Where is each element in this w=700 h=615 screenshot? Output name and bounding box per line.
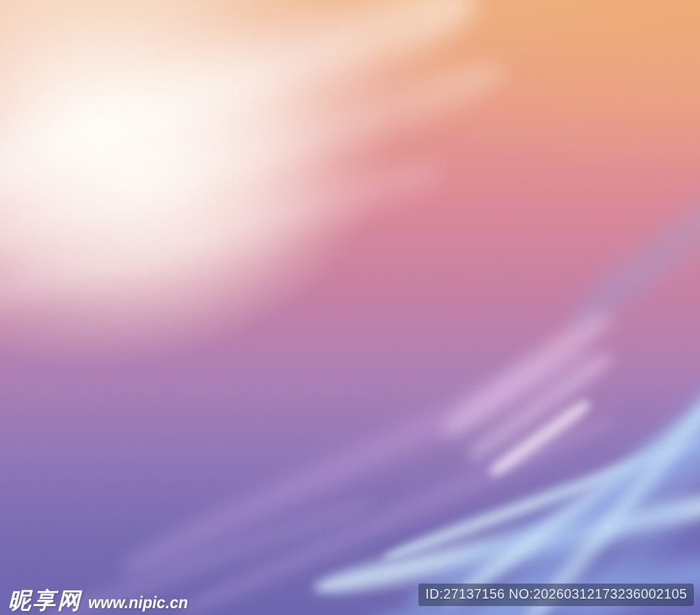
magenta-streak: [432, 299, 621, 450]
blue-silk-streak: [379, 402, 700, 569]
gradient-background: [0, 0, 700, 615]
blue-silk-streak: [509, 320, 700, 615]
blue-silk-streak: [533, 338, 700, 615]
blue-silk-streak: [556, 119, 700, 346]
light-ray: [0, 31, 517, 303]
site-watermark: 昵享网 www.nipic.cn: [8, 589, 188, 612]
grain-texture: [0, 0, 700, 615]
blue-silk-streak: [457, 319, 700, 615]
light-ray: [0, 137, 451, 341]
abstract-background-image: 昵享网 www.nipic.cn ID:27137156 NO:20260312…: [0, 0, 700, 615]
magenta-streak: [460, 343, 620, 469]
site-logo-text: 昵享网: [8, 589, 82, 612]
site-url-text: www.nipic.cn: [88, 595, 188, 611]
blue-silk-streak: [397, 369, 700, 615]
image-id-text: ID:27137156 NO:20260312173236002105: [425, 586, 687, 601]
blue-silk-streak: [436, 337, 700, 615]
lavender-streak: [110, 330, 601, 593]
light-ray: [0, 0, 494, 254]
magenta-highlight: [484, 393, 596, 483]
light-glow: [0, 7, 342, 328]
image-id-badge: ID:27137156 NO:20260312173236002105: [418, 584, 694, 606]
